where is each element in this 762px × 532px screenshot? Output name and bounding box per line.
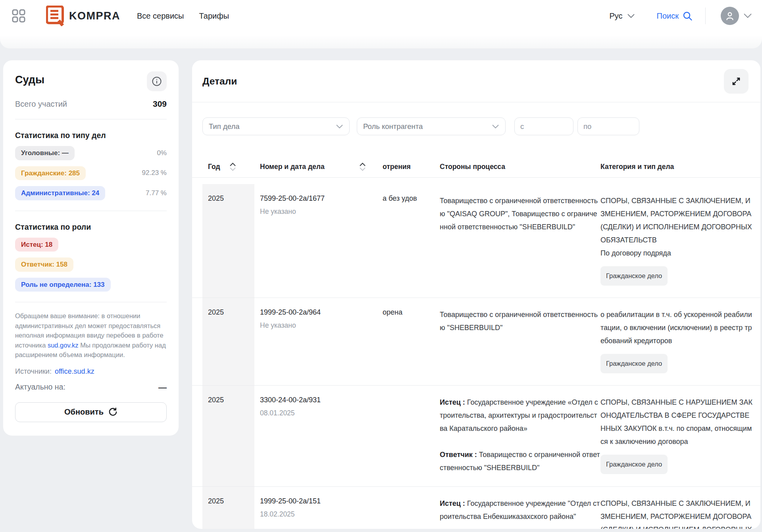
case-number: 3300-24-00-2а/931 <box>260 396 367 404</box>
role-badge: Роль не определена: 133 <box>15 278 111 292</box>
type-stats-heading: Статистика по типу дел <box>15 131 167 140</box>
kompra-logo[interactable]: KOMPRA <box>46 6 120 26</box>
year-cell: 2025 <box>202 487 254 529</box>
party: Товарищество с ограниченной ответственно… <box>440 308 600 334</box>
counterparty-role-select[interactable]: Роль контрагента <box>357 117 506 135</box>
case-number-cell: 1999-25-00-2а/15118.02.2025 <box>254 497 367 529</box>
table-row[interactable]: 20253300-24-00-2а/93108.01.2025Истец : Г… <box>192 386 760 487</box>
category-cell: СПОРЫ, СВЯЗАННЫЕ С ЗАКЛЮЧЕНИЕМ, ИЗМЕНЕНИ… <box>600 497 760 529</box>
result-cell: а без удов <box>367 194 426 286</box>
column-header-result: отрения <box>367 163 426 171</box>
case-kind-badge-wrap: Гражданское дело <box>600 348 754 373</box>
divider <box>15 302 167 302</box>
refresh-label: Обновить <box>64 407 104 417</box>
case-number: 1999-25-00-2а/151 <box>260 497 367 505</box>
table-body: 20257599-25-00-2а/1677Не указаноа без уд… <box>192 184 760 529</box>
case-kind-badge: Гражданское дело <box>600 455 668 474</box>
parties-cell: Товарищество с ограниченной ответственно… <box>426 194 600 286</box>
account-chevron-down-icon[interactable] <box>744 13 752 18</box>
filters-row: Тип дела Роль контрагента <box>202 117 750 135</box>
case-number: 7599-25-00-2а/1677 <box>260 194 367 203</box>
date-to-input[interactable] <box>577 117 639 135</box>
case-type-badge: Административные: 24 <box>15 186 105 200</box>
apps-grid-button[interactable] <box>11 8 26 23</box>
party-role-label: Истец : <box>440 398 467 406</box>
party: Товарищество с ограниченной ответственно… <box>440 194 600 234</box>
sud-gov-kz-link[interactable]: sud.gov.kz <box>48 342 79 349</box>
nav-link-tariffs[interactable]: Тарифы <box>199 12 229 21</box>
counterparty-role-select-label: Роль контрагента <box>363 122 423 131</box>
sort-icon[interactable] <box>230 163 236 171</box>
top-navbar: KOMPRA Все сервисы Тарифы Рус Поиск <box>0 0 762 48</box>
case-kind-badge-wrap: Гражданское дело <box>600 448 754 474</box>
year-cell: 2025 <box>202 386 254 486</box>
language-label: Рус <box>609 12 622 21</box>
party-role-label: Истец : <box>440 499 467 507</box>
table-header: Год Номер и дата дела отрения <box>192 135 760 178</box>
content-area: Суды Всего участий 309 Статистика по <box>0 48 762 529</box>
divider <box>15 119 167 119</box>
column-header-year[interactable]: Год <box>202 163 254 171</box>
party-name: Товарищество с ограниченной ответственно… <box>440 311 598 332</box>
refresh-button[interactable]: Обновить <box>15 402 167 422</box>
user-avatar[interactable] <box>721 7 739 25</box>
role-badge: Истец: 18 <box>15 238 58 252</box>
case-type-stat-row: Административные: 247.77 % <box>15 186 167 200</box>
type-stats-list: Уголовные: —0%Гражданские: 28592.23 %Адм… <box>15 146 167 200</box>
search-icon <box>683 11 693 21</box>
party-role-label: Ответчик : <box>440 451 479 459</box>
case-date: Не указано <box>260 321 367 330</box>
sources-label: Источники: <box>15 367 52 375</box>
table-row[interactable]: 20251999-25-00-2а/15118.02.2025Истец : Г… <box>192 487 760 529</box>
language-selector[interactable]: Рус <box>609 12 634 21</box>
table-row[interactable]: 20257599-25-00-2а/1677Не указаноа без уд… <box>192 184 760 298</box>
case-type-stat-row: Гражданские: 28592.23 % <box>15 166 167 181</box>
subcategory-text: По договору подряда <box>600 247 754 260</box>
category-cell: СПОРЫ, СВЯЗАННЫЕ С НАРУШЕНИЕМ ЗАКОНОДАТЕ… <box>600 396 760 474</box>
case-kind-badge: Гражданское дело <box>600 354 668 373</box>
divider <box>15 211 167 211</box>
date-from-input[interactable] <box>514 117 573 135</box>
role-stat-row: Ответчик: 158 <box>15 257 167 272</box>
category-text: о реабилитации в т.ч. об ускоренной реаб… <box>600 308 754 348</box>
courts-summary-panel: Суды Всего участий 309 Статистика по <box>3 60 179 436</box>
party: Истец : Государственное учреждение «Отде… <box>440 396 600 435</box>
chevron-down-icon <box>492 125 499 129</box>
result-cell <box>367 396 426 474</box>
result-cell <box>367 497 426 529</box>
info-icon <box>152 76 162 86</box>
result-cell: орена <box>367 308 426 373</box>
chevron-down-icon <box>627 14 635 18</box>
search-label: Поиск <box>657 12 679 21</box>
refresh-icon <box>108 407 117 417</box>
expand-button[interactable] <box>724 69 749 94</box>
kompra-logo-icon <box>46 6 64 26</box>
panel-title: Суды <box>15 71 44 86</box>
actual-date-value: — <box>158 382 167 392</box>
role-stat-row: Истец: 18 <box>15 238 167 252</box>
case-type-percent: 92.23 % <box>142 169 167 177</box>
year-cell: 2025 <box>202 184 254 298</box>
year-cell: 2025 <box>202 298 254 385</box>
parties-cell: Истец : Государственное учреждение "Отде… <box>426 497 600 529</box>
case-kind-badge: Гражданское дело <box>600 266 668 286</box>
category-cell: о реабилитации в т.ч. об ускоренной реаб… <box>600 308 760 373</box>
sort-icon[interactable] <box>360 163 366 171</box>
case-date: Не указано <box>260 207 367 216</box>
info-button[interactable] <box>147 71 167 91</box>
office-sud-kz-link[interactable]: office.sud.kz <box>55 367 94 375</box>
search-button[interactable]: Поиск <box>657 11 693 21</box>
column-header-case-number[interactable]: Номер и дата дела <box>254 163 367 171</box>
nav-link-services[interactable]: Все сервисы <box>137 12 184 21</box>
case-type-badge: Уголовные: — <box>15 146 75 160</box>
table-row[interactable]: 20251999-25-00-2а/964Не указанооренаТова… <box>192 298 760 386</box>
case-number-cell: 3300-24-00-2а/93108.01.2025 <box>254 396 367 474</box>
case-type-select[interactable]: Тип дела <box>202 117 350 135</box>
case-type-percent: 7.77 % <box>146 189 167 197</box>
total-participations-value: 309 <box>153 99 167 109</box>
case-number-cell: 1999-25-00-2а/964Не указано <box>254 308 367 373</box>
page: KOMPRA Все сервисы Тарифы Рус Поиск <box>0 0 762 532</box>
total-participations-label: Всего участий <box>15 100 67 109</box>
party: Истец : Государственное учреждение "Отде… <box>440 497 600 523</box>
parties-cell: Товарищество с ограниченной ответственно… <box>426 308 600 373</box>
